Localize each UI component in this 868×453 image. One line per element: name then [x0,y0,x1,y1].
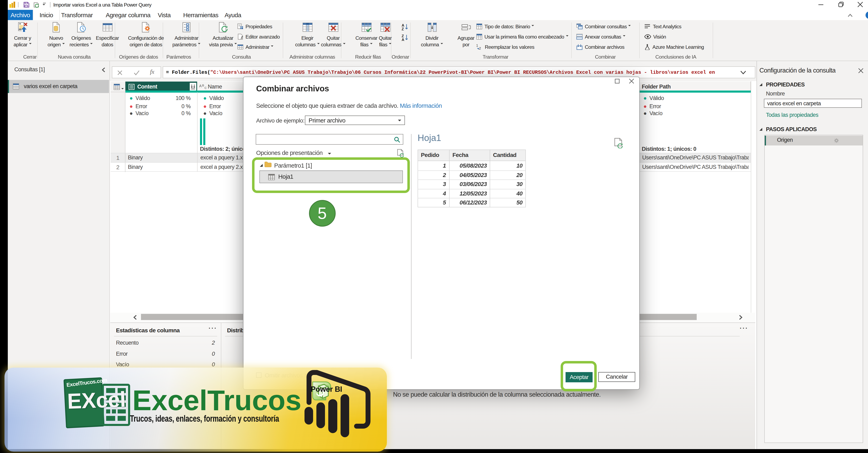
svg-text:2: 2 [479,47,481,50]
svg-text:A: A [199,84,202,88]
svg-text:Z: Z [402,27,404,31]
svg-text:B: B [202,84,204,87]
svg-text:1: 1 [476,44,478,47]
svg-text:A: A [402,37,404,41]
svg-text:Z: Z [402,34,404,38]
svg-text:C: C [205,86,207,90]
svg-text:A: A [402,23,404,27]
